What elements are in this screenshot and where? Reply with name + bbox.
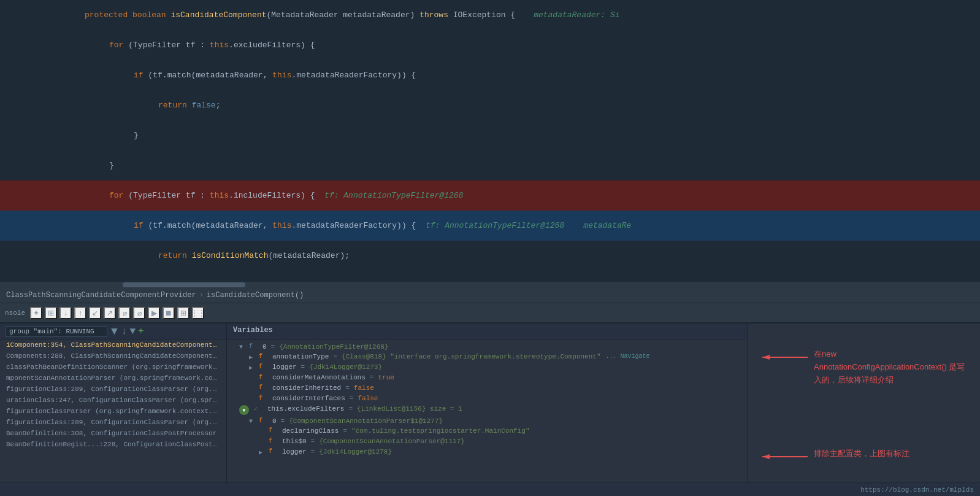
method-name: isCandidateComponent xyxy=(170,10,266,20)
expand-0[interactable]: ▼ xyxy=(239,344,247,351)
code-line-4: return false; xyxy=(0,90,980,120)
code-line-9: return isConditionMatch(metadataReader); xyxy=(0,241,980,271)
var-name-ef0: 0 xyxy=(272,417,277,425)
expand-ef0[interactable]: ▼ xyxy=(249,418,256,425)
thread-plus-icon[interactable]: + xyxy=(138,326,144,337)
keyword-boolean: boolean xyxy=(132,10,170,20)
breadcrumb-class: ClassPathScanningCandidateComponentProvi… xyxy=(6,291,196,300)
var-icon-ef: ▼ xyxy=(239,405,249,415)
stack-item-9[interactable]: BeanDefinitionRegist...:228, Configurati… xyxy=(0,439,226,450)
code-editor: protected boolean isCandidateComponent(M… xyxy=(0,0,980,282)
stack-item-6[interactable]: figurationClassParser (org.springframewo… xyxy=(0,406,226,417)
breadcrumb-method: isCandidateComponent() xyxy=(207,291,304,300)
var-tick-ef: ✓ xyxy=(254,405,262,413)
var-value-ci: false xyxy=(354,384,374,392)
stack-item-4[interactable]: figurationClass:289, ConfigurationClassP… xyxy=(0,384,226,395)
debug-btn-step-into[interactable]: ↓ xyxy=(59,307,72,319)
code-line-1: protected boolean isCandidateComponent(M… xyxy=(0,0,980,30)
stack-item-3[interactable]: mponentScanAnnotationParser (org.springf… xyxy=(0,373,226,384)
hint-1: metadataReader: Si xyxy=(534,10,619,20)
code-line-6: } xyxy=(0,150,980,180)
debug-btn-play[interactable]: ▶ xyxy=(148,307,160,319)
expand-logger2[interactable]: ▶ xyxy=(259,449,266,456)
var-item-0[interactable]: ▼ f 0 = {AnnotationTypeFilter@1268} xyxy=(227,342,747,352)
variables-header: Variables xyxy=(227,324,747,339)
var-item-cif[interactable]: ▶ f considerInterfaces = false xyxy=(227,393,747,404)
right-panel: Variables ▼ f 0 = {AnnotationTypeFilter@… xyxy=(227,324,980,495)
var-value-at: {Class@818} "interface org.springframewo… xyxy=(342,353,600,360)
var-icon-0: f xyxy=(249,343,258,350)
var-item-logger1[interactable]: ▶ f logger = {Jdk14Logger@1273} xyxy=(227,362,747,373)
var-name-logger2: logger xyxy=(282,448,307,455)
keyword-throws: throws xyxy=(419,10,448,20)
debug-btn-grid[interactable]: ⊞ xyxy=(177,307,189,319)
stack-items: iComponent:354, ClassPathScanningCandida… xyxy=(0,339,226,495)
thread-action-icon[interactable]: ↓ xyxy=(121,326,128,337)
var-item-ci[interactable]: ▶ f considerInherited = false xyxy=(227,383,747,393)
code-line-3: if (tf.match(metadataReader, this.metada… xyxy=(0,60,980,90)
var-value-ef: {LinkedList@1156} size = 1 xyxy=(357,405,462,413)
var-item-ef0[interactable]: ▼ f 0 = {ComponentScanAnnotationParser$1… xyxy=(227,416,747,426)
debug-btn-step-over[interactable]: ⊞ xyxy=(45,307,57,319)
arrow-bottom-icon xyxy=(760,448,809,466)
variables-panel: Variables ▼ f 0 = {AnnotationTypeFilter@… xyxy=(227,324,747,495)
var-item-this0[interactable]: ▶ f this$0 = {ComponentScanAnnotationPar… xyxy=(227,436,747,447)
var-icon-at: f xyxy=(259,353,267,360)
debug-btn-run-cursor[interactable]: ↙ xyxy=(89,307,101,319)
call-stack-panel: group "main": RUNNING ▼ ↓ ▼ + iComponent… xyxy=(0,324,227,495)
navigate-link[interactable]: ... Navigate xyxy=(606,353,650,360)
debug-btn-more[interactable]: ⋮⋮ xyxy=(192,307,204,319)
var-item-ef[interactable]: ▼ ✓ this.excludeFilters = {LinkedList@11… xyxy=(227,404,747,416)
debug-btn-stop[interactable]: ⏹ xyxy=(163,307,175,319)
code-line-10: } xyxy=(0,271,980,282)
debug-btn-1[interactable]: ⌀ xyxy=(118,307,131,319)
var-item-logger2[interactable]: ▶ f logger = {Jdk14Logger@1278} xyxy=(227,447,747,457)
stack-item-8[interactable]: BeanDefinitions:308, ConfigurationClassP… xyxy=(0,428,226,439)
debug-btn-evaluate[interactable]: ↗ xyxy=(104,307,116,319)
var-name-logger1: logger xyxy=(272,363,297,371)
var-name-ci: considerInherited xyxy=(272,384,341,392)
debug-btn-2[interactable]: ⌀ xyxy=(133,307,145,319)
horizontal-scrollbar[interactable] xyxy=(0,282,980,287)
var-name-cif: considerInterfaces xyxy=(272,395,345,402)
thread-selector[interactable]: group "main": RUNNING xyxy=(5,326,107,337)
debug-btn-settings[interactable]: ✦ xyxy=(30,307,42,319)
var-icon-logger1: f xyxy=(259,363,267,370)
console-label: nsole xyxy=(5,309,25,317)
code-line-8: if (tf.match(metadataReader, this.metada… xyxy=(0,211,980,241)
expand-logger1[interactable]: ▶ xyxy=(249,364,256,371)
expand-at[interactable]: ▶ xyxy=(249,354,256,361)
debug-panel: group "main": RUNNING ▼ ↓ ▼ + iComponent… xyxy=(0,323,980,495)
stack-item-7[interactable]: figurationClass:289, ConfigurationClassP… xyxy=(0,417,226,428)
var-icon-this0: f xyxy=(269,438,277,444)
var-value-logger1: {Jdk14Logger@1273} xyxy=(309,363,382,371)
thread-filter-icon[interactable]: ▼ xyxy=(129,326,136,337)
code-line-2: for (TypeFilter tf : this.excludeFilters… xyxy=(0,30,980,60)
var-name-ef: this.excludeFilters xyxy=(267,405,344,413)
stack-item-5[interactable]: urationClass:247, ConfigurationClassPars… xyxy=(0,395,226,406)
annotation-text-top: 在new AnnotationConfigApplicationContext(… xyxy=(814,348,968,386)
annotation-panel: 在new AnnotationConfigApplicationContext(… xyxy=(747,324,980,495)
status-url: https://blog.csdn.net/mlplds xyxy=(860,486,974,494)
thread-expand-icon[interactable]: ▼ xyxy=(111,325,118,338)
var-name-dc: declaringClass xyxy=(282,427,339,435)
debug-btn-step-out[interactable]: ↑ xyxy=(74,307,86,319)
arrow-top-icon xyxy=(760,348,809,366)
variables-content: ▼ f 0 = {AnnotationTypeFilter@1268} ▶ f … xyxy=(227,339,747,495)
var-icon-logger2: f xyxy=(269,448,277,455)
scrollbar-thumb[interactable] xyxy=(123,282,245,287)
var-item-cma[interactable]: ▶ f considerMetaAnnotations = true xyxy=(227,373,747,383)
stack-item-1[interactable]: Components:288, ClassPathScanningCandida… xyxy=(0,351,226,362)
ide-window: protected boolean isCandidateComponent(M… xyxy=(0,0,980,496)
stack-item-2[interactable]: classPathBeanDefinitionScanner (org.spri… xyxy=(0,362,226,373)
var-value-cma: true xyxy=(378,374,394,381)
var-item-dc[interactable]: ▶ f declaringClass = "com.tuling.testspr… xyxy=(227,426,747,436)
var-item-annotation-type[interactable]: ▶ f annotationType = {Class@818} "interf… xyxy=(227,352,747,362)
call-stack-header: group "main": RUNNING ▼ ↓ ▼ + xyxy=(0,324,226,339)
var-name-this0: this$0 xyxy=(282,438,307,445)
annotation-box-top: 在new AnnotationConfigApplicationContext(… xyxy=(760,348,968,386)
stack-item-0[interactable]: iComponent:354, ClassPathScanningCandida… xyxy=(0,339,226,351)
breadcrumb-separator: › xyxy=(199,291,204,300)
annotation-text-bottom: 排除主配置类，上图有标注 xyxy=(814,448,909,460)
var-name-at: annotationType xyxy=(272,353,329,360)
